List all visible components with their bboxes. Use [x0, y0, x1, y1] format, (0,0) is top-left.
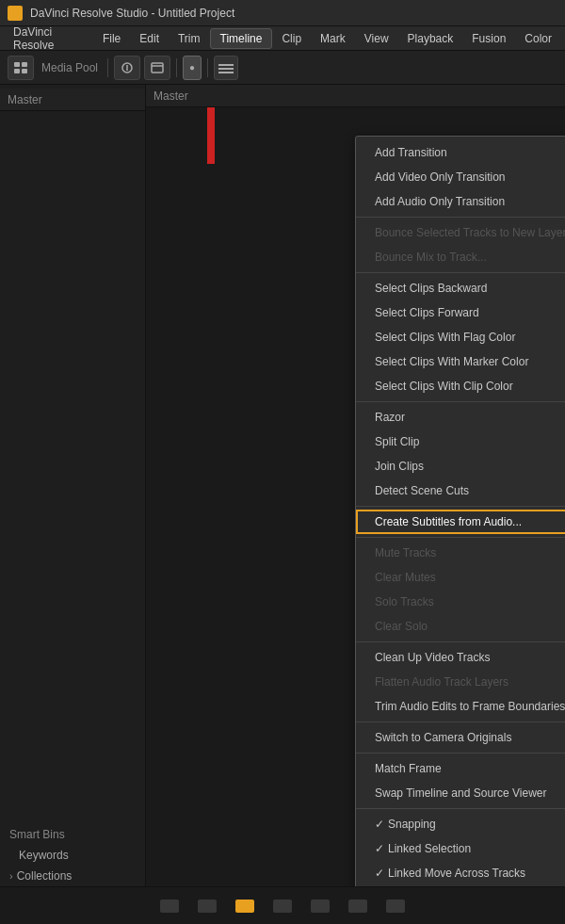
app-icon: [8, 6, 23, 21]
sidebar: Master Smart Bins Keywords › Collections: [0, 85, 146, 886]
menu-view[interactable]: View: [355, 29, 398, 48]
menu-clear-mutes: Clear Mutes: [356, 565, 565, 590]
menu-select-flag[interactable]: Select Clips With Flag Color ›: [356, 325, 565, 349]
main-area: Master Smart Bins Keywords › Collections…: [0, 85, 565, 886]
menu-snapping-wrap[interactable]: ✓ Snapping N: [356, 812, 565, 836]
workspace-edit[interactable]: [235, 900, 254, 913]
sidebar-item-collections[interactable]: › Collections: [0, 866, 145, 886]
menu-bar: DaVinci Resolve File Edit Trim Timeline …: [0, 26, 565, 51]
check-linked-sel: ✓: [375, 840, 384, 857]
timeline-master-label: Master: [153, 89, 188, 103]
workspace-deliver[interactable]: [386, 900, 405, 913]
app-title: DaVinci Resolve Studio - Untitled Projec…: [30, 7, 234, 20]
menu-playback[interactable]: Playback: [398, 29, 463, 48]
toolbar: Media Pool ●: [0, 51, 565, 85]
svg-rect-11: [218, 72, 234, 73]
menu-create-subtitles[interactable]: Create Subtitles from Audio...: [356, 510, 565, 534]
menu-selection-follows[interactable]: Selection Follows Playhead: [356, 885, 565, 886]
menu-razor[interactable]: Razor Ctrl+B: [356, 405, 565, 430]
media-icon: [160, 900, 179, 913]
sidebar-item-keywords[interactable]: Keywords: [0, 845, 145, 866]
menu-bounce-mix: Bounce Mix to Track...: [356, 245, 565, 269]
menu-solo-tracks: Solo Tracks: [356, 590, 565, 614]
toolbar-btn-3[interactable]: [144, 56, 170, 80]
menu-detect-scene[interactable]: Detect Scene Cuts: [356, 478, 565, 503]
menu-trim-audio[interactable]: Trim Audio Edits to Frame Boundaries: [356, 694, 565, 719]
menu-select-marker[interactable]: Select Clips With Marker Color ›: [356, 349, 565, 374]
svg-rect-2: [22, 62, 27, 67]
menu-color[interactable]: Color: [515, 29, 561, 48]
chevron-right-icon: ›: [9, 870, 13, 882]
menu-timeline[interactable]: Timeline: [210, 28, 273, 49]
svg-rect-10: [218, 68, 234, 70]
deliver-icon: [386, 900, 405, 913]
collections-label: Collections: [17, 869, 73, 883]
dropdown-sep-3: [356, 401, 565, 402]
svg-rect-4: [22, 69, 27, 73]
menu-clip[interactable]: Clip: [272, 29, 311, 48]
timeline-area: Master Add Transition Ctrl+T Add Video O…: [146, 85, 565, 886]
menu-switch-camera[interactable]: Switch to Camera Originals: [356, 725, 565, 750]
workspace-color[interactable]: [311, 900, 330, 913]
dropdown-sep-6: [356, 641, 565, 642]
menu-fusion[interactable]: Fusion: [462, 29, 515, 48]
color-icon: [311, 900, 330, 913]
svg-rect-9: [218, 64, 234, 66]
edit-icon: [235, 900, 254, 913]
dropdown-sep-9: [356, 808, 565, 809]
menu-linked-selection[interactable]: ✓ Linked Selection Ctrl+Shift+L: [356, 836, 565, 861]
toolbar-sep-3: [207, 58, 208, 77]
toolbar-media-pool-label: Media Pool: [38, 61, 102, 74]
timeline-dropdown-menu: Add Transition Ctrl+T Add Video Only Tra…: [355, 136, 565, 886]
menu-bounce-tracks: Bounce Selected Tracks to New Layer: [356, 220, 565, 245]
cut-icon: [198, 900, 217, 913]
svg-rect-7: [152, 63, 163, 73]
workspace-fusion[interactable]: [273, 900, 292, 913]
menu-swap-timeline[interactable]: Swap Timeline and Source Viewer Ctrl+PgU…: [356, 781, 565, 805]
dropdown-sep-8: [356, 753, 565, 754]
menu-clear-solo: Clear Solo: [356, 614, 565, 639]
dropdown-sep-7: [356, 721, 565, 722]
menu-linked-move[interactable]: ✓ Linked Move Across Tracks: [356, 861, 565, 885]
dropdown-sep-2: [356, 272, 565, 273]
workspace-cut[interactable]: [198, 900, 217, 913]
toolbar-sep-1: [107, 58, 108, 77]
menu-split-clip[interactable]: Split Clip Ctrl+\: [356, 430, 565, 454]
menu-mute-tracks: Mute Tracks: [356, 541, 565, 565]
dropdown-sep-1: [356, 217, 565, 218]
toolbar-btn-4[interactable]: ●: [183, 56, 202, 80]
toolbar-btn-2[interactable]: [114, 56, 140, 80]
menu-cleanup-video[interactable]: Clean Up Video Tracks ›: [356, 645, 565, 670]
menu-add-audio-transition[interactable]: Add Audio Only Transition Shift+T: [356, 189, 565, 214]
sidebar-header: Master: [0, 89, 145, 111]
menu-flatten-audio: Flatten Audio Track Layers: [356, 670, 565, 694]
menu-add-video-transition[interactable]: Add Video Only Transition Alt+T: [356, 165, 565, 189]
menu-select-clip[interactable]: Select Clips With Clip Color ›: [356, 374, 565, 398]
svg-rect-1: [14, 62, 20, 67]
check-snapping: ✓: [375, 816, 384, 833]
smart-bins-label: Smart Bins: [0, 820, 145, 845]
fusion-icon: [273, 900, 292, 913]
menu-join-clips[interactable]: Join Clips Alt+\: [356, 454, 565, 478]
svg-rect-3: [14, 69, 20, 73]
menu-trim[interactable]: Trim: [169, 29, 210, 48]
menu-add-transition[interactable]: Add Transition Ctrl+T: [356, 140, 565, 165]
menu-match-frame[interactable]: Match Frame F: [356, 756, 565, 781]
menu-select-backward[interactable]: Select Clips Backward ›: [356, 276, 565, 300]
menu-mark[interactable]: Mark: [311, 29, 355, 48]
sidebar-master-label: Master: [8, 93, 42, 106]
workspace-bar: [0, 886, 565, 924]
svg-point-0: [10, 8, 20, 18]
menu-select-forward[interactable]: Select Clips Forward ›: [356, 300, 565, 325]
fairlight-icon: [348, 900, 367, 913]
menu-edit[interactable]: Edit: [130, 29, 169, 48]
dropdown-sep-5: [356, 537, 565, 538]
menu-file[interactable]: File: [93, 29, 130, 48]
clip-indicator: [207, 107, 215, 164]
workspace-fairlight[interactable]: [348, 900, 367, 913]
toolbar-media-pool[interactable]: [8, 56, 34, 80]
workspace-media[interactable]: [160, 900, 179, 913]
check-linked-move: ✓: [375, 865, 384, 882]
toolbar-btn-5[interactable]: [214, 56, 238, 80]
menu-davinci[interactable]: DaVinci Resolve: [4, 23, 93, 55]
